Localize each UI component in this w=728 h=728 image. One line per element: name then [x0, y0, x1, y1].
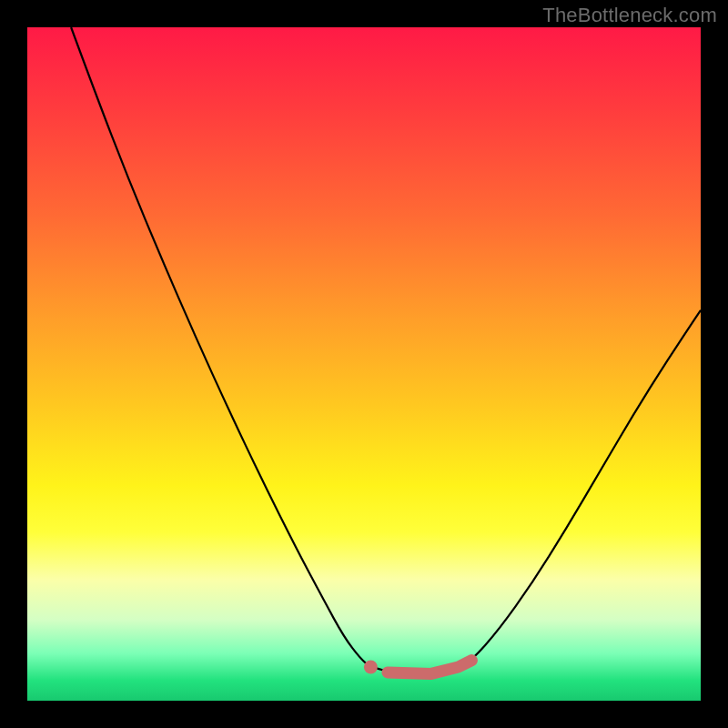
optimal-point-marker [364, 661, 378, 674]
bottleneck-curve [71, 27, 701, 673]
watermark-text: TheBottleneck.com [542, 4, 717, 27]
plot-area [27, 27, 701, 701]
optimal-range-highlight [388, 661, 472, 674]
chart-frame: TheBottleneck.com [0, 0, 728, 728]
chart-svg [27, 27, 701, 701]
